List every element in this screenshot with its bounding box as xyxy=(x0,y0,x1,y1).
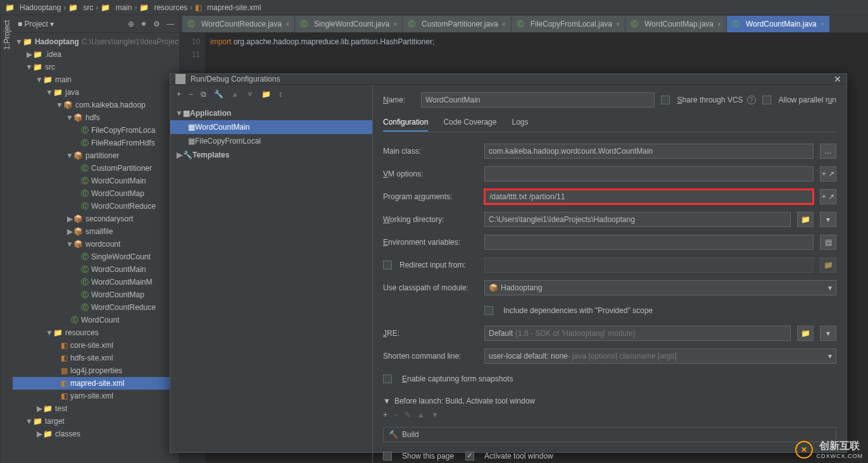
run-debug-config-dialog: Run/Debug Configurations ✕ + − ⧉ 🔧 ▲ ▼ 📁… xyxy=(170,73,847,453)
parallel-checkbox[interactable] xyxy=(762,96,771,104)
show-page-checkbox[interactable] xyxy=(383,452,392,460)
project-panel-title: ■ Project ▾ xyxy=(18,20,54,28)
config-tabs: Configuration Code Coverage Logs xyxy=(383,114,836,132)
folder-icon[interactable]: 📁 xyxy=(797,326,814,341)
activate-label: Activate tool window xyxy=(484,452,553,460)
share-label: Share through VCS xyxy=(677,96,743,104)
editor-tab[interactable]: ⒸCustomPartitioner.java× xyxy=(403,16,512,32)
snapshots-checkbox[interactable] xyxy=(383,374,392,383)
parallel-label: Allow parallel run xyxy=(779,96,836,104)
down-icon[interactable]: ▼ xyxy=(431,411,439,419)
project-panel: ■ Project ▾ ⊕ ✷ ⚙ — ▼📁Hadooptang C:\User… xyxy=(13,15,180,463)
tab-coverage[interactable]: Code Coverage xyxy=(443,114,496,132)
editor-tab[interactable]: ⒸWordCountReduce.java× xyxy=(182,16,295,32)
close-icon[interactable]: × xyxy=(393,21,397,28)
close-icon[interactable]: × xyxy=(821,21,824,28)
gear-icon[interactable]: ⚙ xyxy=(153,20,160,28)
editor-tab-active[interactable]: ⒸWordCountMain.java× xyxy=(727,16,830,32)
close-icon[interactable]: × xyxy=(616,21,620,28)
editor-tab[interactable]: ⒸFileCopyFromLocal.java× xyxy=(512,16,626,32)
expand-icon[interactable]: ✷ xyxy=(141,20,147,28)
build-task[interactable]: 🔨 Build xyxy=(383,427,836,442)
watermark: ✕ 创新互联 CDXWCX.COM xyxy=(795,440,864,459)
name-label: Name: xyxy=(383,96,415,104)
vm-options-label: VM options: xyxy=(383,170,478,178)
chevron-right-icon: › xyxy=(63,3,66,12)
up-icon[interactable]: ▲ xyxy=(231,90,239,99)
before-launch-header[interactable]: ▼ Before launch: Build, Activate tool wi… xyxy=(383,397,836,405)
folder-icon[interactable]: 📁 xyxy=(797,212,814,227)
include-deps-checkbox[interactable] xyxy=(484,306,493,315)
jre-label: JRE: xyxy=(383,329,478,338)
chevron-right-icon: › xyxy=(96,3,98,12)
show-page-label: Show this page xyxy=(402,452,454,460)
close-icon[interactable]: × xyxy=(717,21,721,28)
main-class-label: Main class: xyxy=(383,147,478,156)
tab-logs[interactable]: Logs xyxy=(512,114,528,132)
remove-icon[interactable]: − xyxy=(394,411,398,419)
chevron-right-icon: › xyxy=(190,3,192,12)
config-tree[interactable]: ▼▦ Application ▦ WordCountMain ▦ FileCop… xyxy=(170,104,372,463)
copy-icon[interactable]: ⧉ xyxy=(201,90,206,99)
locate-icon[interactable]: ⊕ xyxy=(128,20,134,28)
tab-configuration[interactable]: Configuration xyxy=(383,114,428,132)
breadcrumb-item[interactable]: 📁Hadooptang xyxy=(5,3,61,12)
shorten-label: Shorten command line: xyxy=(383,352,478,361)
close-icon[interactable]: × xyxy=(502,21,506,28)
config-toolbar: + − ⧉ 🔧 ▲ ▼ 📁 ↕ xyxy=(170,85,372,104)
watermark-logo: ✕ xyxy=(795,441,813,459)
project-tree[interactable]: ▼📁Hadooptang C:\Users\tanglei1\IdeaProje… xyxy=(13,33,179,463)
breadcrumb-item[interactable]: 📁resources xyxy=(139,3,187,12)
chevron-right-icon: › xyxy=(134,3,137,12)
name-input[interactable] xyxy=(421,92,655,108)
list-icon[interactable]: ▤ xyxy=(820,235,836,250)
wrench-icon[interactable]: 🔧 xyxy=(214,90,223,99)
main-class-input[interactable] xyxy=(484,144,814,159)
help-icon[interactable]: ? xyxy=(747,96,756,104)
jre-select[interactable]: Default (1.8 - SDK of 'Hadooptang' modul… xyxy=(484,326,791,341)
close-icon[interactable]: × xyxy=(286,21,289,28)
activate-checkbox[interactable] xyxy=(465,452,474,460)
up-icon[interactable]: ▲ xyxy=(417,411,425,419)
dropdown-icon[interactable]: ▾ xyxy=(820,212,836,227)
app-icon xyxy=(175,74,186,84)
folder-icon[interactable]: 📁 xyxy=(261,90,271,99)
program-args-input[interactable] xyxy=(484,189,814,204)
expand-button[interactable]: + ↗ xyxy=(820,166,836,182)
vm-options-input[interactable] xyxy=(484,166,814,182)
redirect-input xyxy=(484,257,814,273)
remove-icon[interactable]: − xyxy=(189,90,193,99)
folder-icon: 📁 xyxy=(820,257,836,273)
env-input[interactable] xyxy=(484,235,814,250)
dialog-titlebar[interactable]: Run/Debug Configurations ✕ xyxy=(170,74,846,85)
shorten-select[interactable]: user-local default: none - java [options… xyxy=(484,349,836,364)
hammer-icon: 🔨 xyxy=(389,430,398,439)
browse-button[interactable]: … xyxy=(820,144,836,159)
redirect-label: Redirect input from: xyxy=(383,261,478,269)
add-icon[interactable]: + xyxy=(383,411,387,419)
collapse-icon[interactable]: — xyxy=(167,20,174,28)
share-checkbox[interactable] xyxy=(661,96,670,104)
chevron-down-icon: ▼ xyxy=(383,397,391,405)
classpath-select[interactable]: 📦 Hadooptang▾ xyxy=(484,280,836,295)
redirect-checkbox[interactable] xyxy=(383,261,392,269)
down-icon[interactable]: ▼ xyxy=(246,90,254,99)
editor-tab[interactable]: ⒸWordCountMap.java× xyxy=(626,16,727,32)
close-icon[interactable]: ✕ xyxy=(834,74,841,84)
breadcrumb-item[interactable]: 📁src xyxy=(68,3,93,12)
editor-tab[interactable]: ⒸSingleWordCount.java× xyxy=(295,16,403,32)
dropdown-icon[interactable]: ▾ xyxy=(820,326,836,341)
classpath-label: Use classpath of module: xyxy=(383,283,478,292)
editor-tabs: ⒸWordCountReduce.java× ⒸSingleWordCount.… xyxy=(180,15,868,33)
breadcrumb-item[interactable]: ◧mapred-site.xml xyxy=(195,3,261,12)
expand-button[interactable]: + ↗ xyxy=(820,189,836,204)
sidebar-tab-project[interactable]: 1:Project xyxy=(0,15,13,463)
breadcrumb: 📁Hadooptang › 📁src › 📁main › 📁resources … xyxy=(0,0,868,15)
breadcrumb-item[interactable]: 📁main xyxy=(101,3,132,12)
working-dir-input[interactable] xyxy=(484,212,791,227)
edit-icon[interactable]: ✎ xyxy=(405,411,411,419)
dialog-title: Run/Debug Configurations xyxy=(191,75,280,83)
sort-icon[interactable]: ↕ xyxy=(279,90,282,99)
add-icon[interactable]: + xyxy=(177,90,181,99)
program-args-label: Program arguments: xyxy=(383,192,478,201)
